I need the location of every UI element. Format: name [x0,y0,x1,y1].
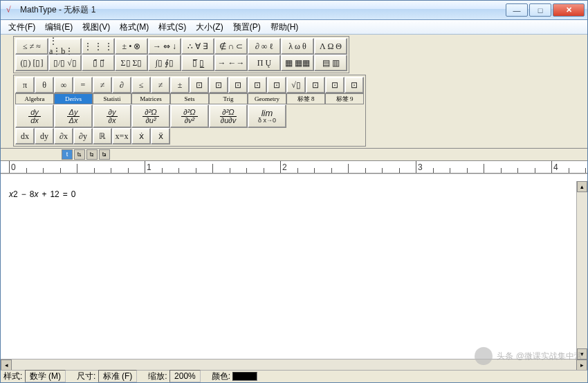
palette-tab[interactable]: 标签 9 [325,93,364,104]
equation-text[interactable]: x2−8x+12=0 [9,180,75,202]
palette-cell[interactable]: ẋ [131,128,151,144]
menu-item-3[interactable]: 格式(M) [115,19,154,35]
palette-fraction-cell[interactable]: ∂²Ω∂u∂v [209,104,248,128]
size-button[interactable]: t₃ [99,149,110,160]
size-button[interactable]: t [62,149,73,160]
palette-cell[interactable]: = [73,77,93,93]
palette-cell[interactable]: → ⇔ ↓ [148,38,181,55]
palette-fraction-cell[interactable]: ΔyΔx [54,104,93,128]
palette-cell[interactable]: ≠ [151,77,170,93]
palette-cell[interactable]: ▯̄ ▯⃗ [82,55,115,71]
palette-row-1: ≤ ≠ ≈⋮ a⋮b⋮⋮ ⋮ ⋮± • ⊗→ ⇔ ↓∴ ∀ ∃∉ ∩ ⊂∂ ∞ … [15,38,347,55]
avatar-icon [475,347,493,365]
vertical-scrollbar[interactable]: ▴ ▾ [576,181,587,359]
size-button[interactable]: t₂ [86,149,98,160]
scroll-track[interactable] [577,192,587,348]
palette-cell[interactable]: ▯̅ ▯̲ [181,55,214,71]
palette-tab[interactable]: Trig [209,93,248,104]
palette-cell[interactable]: Σ▯ Σ▯ [115,55,148,71]
palette-cell[interactable]: ⊡ [306,77,325,93]
palette-cell[interactable]: ⋮ a⋮b⋮ [48,38,82,55]
palette-cell[interactable]: ⊡ [248,77,267,93]
palette-cell[interactable]: ⊡ [228,77,248,93]
menu-item-2[interactable]: 视图(V) [77,19,115,35]
palette-cell[interactable]: ẍ [151,128,170,144]
titlebar[interactable]: √ MathType - 无标题 1 — □ ✕ [1,1,587,20]
palette-cell[interactable]: ∞ [54,77,73,93]
palette-cell[interactable]: ▯/▯ √▯ [48,55,82,71]
palette-cell[interactable]: ⊡ [344,77,364,93]
menu-item-6[interactable]: 预置(P) [228,19,266,35]
palette-cell[interactable]: ∉ ∩ ⊂ [214,38,248,55]
palette-cell[interactable]: ∴ ∀ ∃ [181,38,214,55]
status-size: 尺寸: 标准 (F) [77,371,137,382]
palette-row-5: dxdy∂x∂yℝx=xẋẍ [15,128,364,144]
palette-cell[interactable]: ≠ [93,77,112,93]
status-bar: 样式: 数学 (M) 尺寸: 标准 (F) 缩放: 200% 颜色: [1,370,587,382]
palette-cell[interactable]: ± [170,77,190,93]
palette-fraction-cell[interactable]: ∂²Ω∂u² [131,104,170,128]
size-toolbar: tt₁t₂t₃ [1,149,587,161]
palette-cell[interactable]: → ←→ [214,55,248,71]
palette-cell[interactable]: ⊡ [267,77,286,93]
palette-cell[interactable]: ∂y [73,128,93,144]
close-button[interactable]: ✕ [553,3,585,17]
palette-tab[interactable]: Algebra [15,93,54,104]
palette-cell[interactable]: ± • ⊗ [115,38,148,55]
palette-cell[interactable]: √▯ [286,77,306,93]
equation-editor[interactable]: x2−8x+12=0 [1,174,587,359]
palette-tab[interactable]: Matrices [131,93,170,104]
palette-fraction-cell[interactable]: limδ x→0 [248,104,286,128]
menu-item-4[interactable]: 样式(S) [154,19,191,35]
palette-fraction-cell[interactable]: ∂²Ω∂v² [170,104,209,128]
palette-cell[interactable]: ℝ [93,128,112,144]
status-style: 样式: 数学 (M) [3,371,66,382]
status-color: 颜色: [212,371,258,382]
palette-cell[interactable]: π [15,77,35,93]
palette-cell[interactable]: dx [15,128,35,144]
palette-cell[interactable]: ⊡ [209,77,228,93]
palette-cell[interactable]: ⊡ [325,77,344,93]
app-logo: √ [6,5,17,16]
palette-tab[interactable]: Geometry [248,93,286,104]
palette-cell[interactable]: ⋮ ⋮ ⋮ [82,38,115,55]
color-swatch[interactable] [232,372,257,381]
palette-fraction-cell[interactable]: ∂y∂x [93,104,131,128]
palette-cell[interactable]: ∂x [54,128,73,144]
menu-item-0[interactable]: 文件(F) [3,19,40,35]
palette-cell[interactable]: x=x [112,128,131,144]
palette-cell[interactable]: θ [35,77,54,93]
minimize-button[interactable]: — [506,3,528,17]
palette-cell[interactable]: Λ Ω Θ [314,38,347,55]
window-title: MathType - 无标题 1 [20,4,504,16]
palette-cell[interactable]: ∂ ∞ ℓ [248,38,281,55]
maximize-button[interactable]: □ [529,3,551,17]
palette-cell[interactable]: ▤ ▥ [314,55,347,71]
palette-cell[interactable]: ≤ ≠ ≈ [15,38,48,55]
palette-cell[interactable]: λ ω θ [281,38,314,55]
horizontal-ruler[interactable]: 01234 [1,161,587,174]
watermark: 头条 @微课实战集中营 [475,347,582,365]
palette-tab[interactable]: Derivs [54,93,93,104]
palette-cell[interactable]: ∂ [112,77,131,93]
palette-cell[interactable]: ≤ [131,77,151,93]
scroll-left-button[interactable]: ◂ [1,359,12,371]
palette-cell[interactable]: Π Ų [248,55,281,71]
palette-cell[interactable]: ⊡ [190,77,209,93]
status-zoom: 缩放: 200% [148,371,200,382]
menu-item-1[interactable]: 编辑(E) [40,19,77,35]
palette-tab[interactable]: 标签 8 [286,93,325,104]
palette-cell[interactable]: dy [35,128,54,144]
palette-cell[interactable]: ∫▯ ∮▯ [148,55,181,71]
palette-tab[interactable]: Sets [170,93,209,104]
palette-row-3: πθ∞=≠∂≤≠±⊡⊡⊡⊡⊡√▯⊡⊡⊡ [15,77,364,93]
menu-item-5[interactable]: 大小(Z) [191,19,228,35]
symbol-palette-area: ≤ ≠ ≈⋮ a⋮b⋮⋮ ⋮ ⋮± • ⊗→ ⇔ ↓∴ ∀ ∃∉ ∩ ⊂∂ ∞ … [1,35,587,149]
size-button[interactable]: t₁ [74,149,85,160]
palette-tab[interactable]: Statisti [93,93,131,104]
palette-cell[interactable]: ▦ ▦▦ [281,55,314,71]
palette-fraction-cell[interactable]: dydx [15,104,54,128]
palette-cell[interactable]: (▯) [▯] [15,55,48,71]
scroll-up-button[interactable]: ▴ [577,181,587,192]
menu-item-7[interactable]: 帮助(H) [266,19,304,35]
